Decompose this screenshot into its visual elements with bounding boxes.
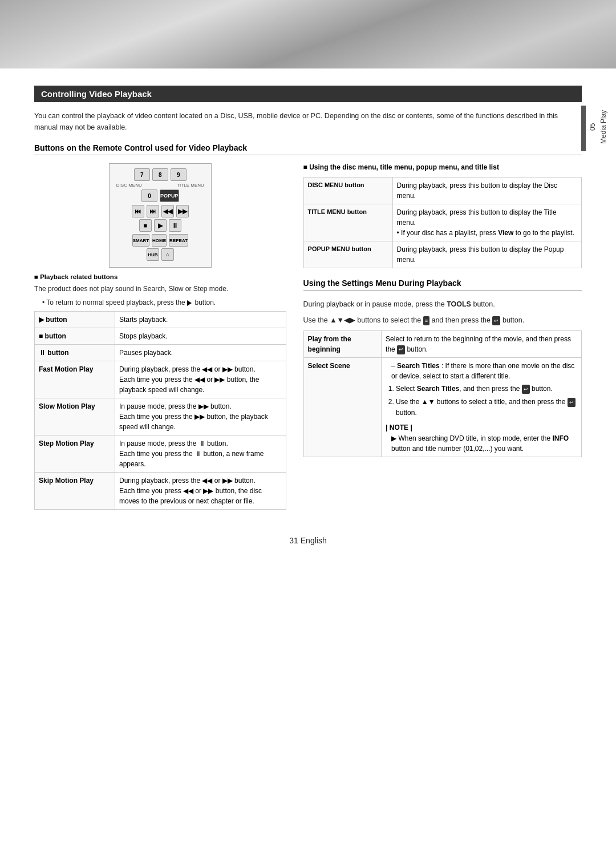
remote-btn-home-icon: ⌂ — [161, 248, 174, 261]
remote-btn-stop: ■ — [139, 219, 152, 232]
settings-table-row: Play from the beginningSelect to return … — [303, 331, 581, 358]
settings-section: Using the Settings Menu During Playback … — [303, 279, 582, 457]
remote-drawing: 7 8 9 DISC MENU TITLE MENU 0 POPUP — [109, 163, 212, 268]
remote-btn-0: 0 — [141, 189, 157, 202]
disc-row-button: POPUP MENU button — [303, 241, 392, 268]
remote-btn-next: ⏭ — [147, 205, 159, 217]
remote-btn-rew: ◀◀ — [161, 205, 174, 217]
disc-row-button: DISC MENU button — [303, 178, 392, 204]
two-col-layout: 7 8 9 DISC MENU TITLE MENU 0 POPUP — [34, 163, 582, 519]
settings-row-description: Select to return to the beginning of the… — [382, 331, 582, 358]
settings-table: Play from the beginningSelect to return … — [303, 330, 582, 457]
page-language: English — [301, 536, 327, 545]
remote-btn-repeat: REPEAT — [169, 234, 188, 247]
remote-btn-8: 8 — [152, 168, 168, 181]
left-column: 7 8 9 DISC MENU TITLE MENU 0 POPUP — [34, 163, 286, 519]
subsection-title-remote: Buttons on the Remote Control used for V… — [34, 143, 582, 155]
settings-row-button: Play from the beginning — [303, 331, 381, 358]
playback-row-description: Starts playback. — [115, 312, 286, 328]
disc-menu-section-label: Using the disc menu, title menu, popup m… — [303, 163, 582, 171]
playback-row-button: Skip Motion Play — [35, 473, 115, 510]
playback-row-button: ▶ button — [35, 312, 115, 328]
remote-btn-7: 7 — [134, 168, 150, 181]
title-menu-label: TITLE MENU — [177, 183, 204, 188]
play-icon — [187, 300, 192, 306]
intro-text: You can control the playback of video co… — [34, 110, 582, 133]
settings-row-button: Select Scene — [303, 358, 381, 457]
disc-menu-table: DISC MENU buttonDuring playback, press t… — [303, 177, 582, 268]
remote-btn-popup: POPUP — [160, 189, 179, 202]
disc-menu-label: DISC MENU — [116, 183, 142, 188]
disc-row-description: During playback, press this button to di… — [392, 178, 581, 204]
settings-table-row: Select Scene– Search Titles : If there i… — [303, 358, 581, 457]
playback-table: ▶ buttonStarts playback.■ buttonStops pl… — [34, 311, 286, 510]
playback-bullet-text: To return to normal speed playback, pres… — [34, 297, 286, 308]
playback-row-description: During playback, press the ◀◀ or ▶▶ butt… — [115, 361, 286, 398]
playback-buttons-label: Playback related buttons — [34, 273, 286, 280]
remote-btn-home: HOME — [152, 234, 167, 247]
settings-row-description: – Search Titles : If there is more than … — [382, 358, 582, 457]
remote-btn-pause: ⏸ — [169, 219, 181, 232]
section-title: Controlling Video Playback — [41, 89, 152, 99]
playback-row-button: ⏸ button — [35, 345, 115, 361]
disc-row-button: TITLE MENU button — [303, 204, 392, 241]
remote-btn-smart: SMART — [132, 234, 149, 247]
disc-row-description: During playback, press this button to di… — [392, 241, 581, 268]
playback-row-description: Pauses playback. — [115, 345, 286, 361]
remote-btn-hub: HUB — [147, 248, 159, 261]
remote-btn-play: ▶ — [154, 219, 167, 232]
main-content: Controlling Video Playback You can contr… — [0, 68, 616, 568]
playback-row-button: Fast Motion Play — [35, 361, 115, 398]
remote-btn-9: 9 — [171, 168, 187, 181]
playback-note-text: The product does not play sound in Searc… — [34, 284, 286, 294]
top-banner — [0, 0, 616, 68]
playback-row-description: Stops playback. — [115, 328, 286, 345]
tools-bold: TOOLS — [447, 300, 471, 308]
settings-section-title: Using the Settings Menu During Playback — [303, 279, 582, 291]
section-header: Controlling Video Playback — [34, 86, 582, 102]
right-column: Using the disc menu, title menu, popup m… — [303, 163, 582, 519]
remote-btn-ffw: ▶▶ — [176, 205, 189, 217]
playback-row-description: In pause mode, press the ▶▶ button. Each… — [115, 398, 286, 435]
page-number: 31 English — [34, 536, 582, 545]
disc-row-description: During playback, press this button to di… — [392, 204, 581, 241]
tools-intro-2: Use the ▲▼◀▶ buttons to select the ≡ and… — [303, 314, 582, 326]
playback-row-button: Slow Motion Play — [35, 398, 115, 435]
playback-row-description: During playback, press the ◀◀ or ▶▶ butt… — [115, 473, 286, 510]
playback-row-button: ■ button — [35, 328, 115, 345]
playback-row-description: In pause mode, press the ⏸ button. Each … — [115, 435, 286, 473]
remote-container: 7 8 9 DISC MENU TITLE MENU 0 POPUP — [34, 163, 286, 268]
tools-intro-1: During playback or in pause mode, press … — [303, 299, 582, 310]
remote-btn-prev: ⏮ — [132, 205, 144, 217]
ok-icon: ↩ — [492, 316, 500, 325]
menu-icon: ≡ — [423, 316, 429, 325]
playback-row-button: Step Motion Play — [35, 435, 115, 473]
